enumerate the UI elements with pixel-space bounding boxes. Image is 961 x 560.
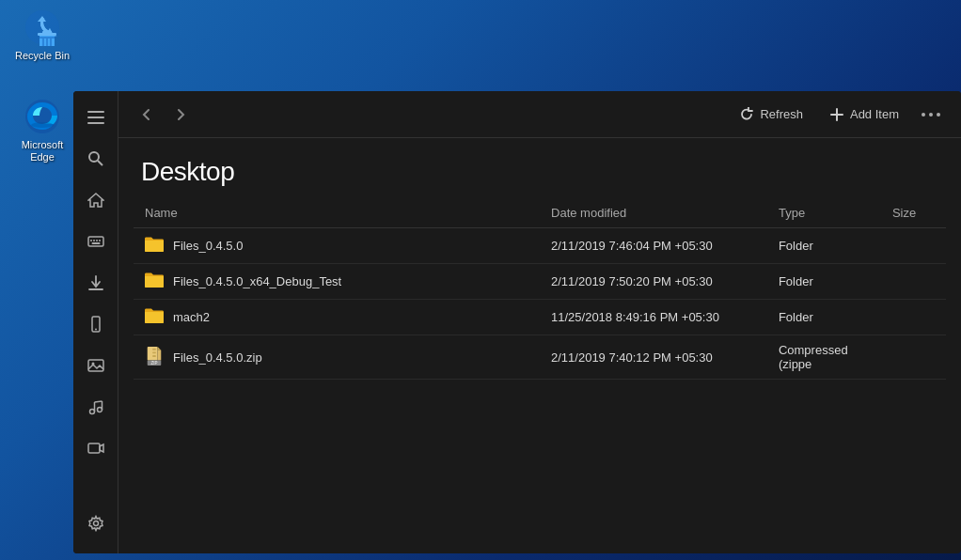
col-header-date: Date modified [540,198,767,228]
sidebar-item-search[interactable] [77,140,115,178]
sidebar-item-home[interactable] [77,181,115,219]
recycle-bin-label: Recycle Bin [15,50,70,61]
svg-rect-12 [87,122,104,124]
svg-rect-10 [87,111,104,113]
col-header-name: Name [134,198,540,228]
more-options-button[interactable] [916,100,946,130]
svg-rect-11 [87,117,104,118]
sidebar-item-download[interactable] [77,264,115,302]
file-name: Files_0.4.5.0 [173,239,243,253]
file-size [881,335,946,380]
svg-rect-42 [152,348,156,350]
edge-icon[interactable]: Microsoft Edge [5,94,80,167]
svg-rect-43 [152,351,156,353]
file-type: Compressed (zippe [767,335,881,380]
file-size [881,264,946,300]
sidebar-item-settings[interactable] [77,505,115,542]
folder-icon [145,272,164,291]
svg-rect-44 [152,355,156,357]
svg-point-32 [93,521,98,526]
svg-rect-24 [88,360,103,371]
explorer-window: Refresh Add Item Desktop Name Date modif… [73,91,961,553]
file-table: Name Date modified Type Size Files_0.4.5… [118,198,961,553]
sidebar-item-image[interactable] [77,347,115,384]
zip-icon: ZIP [145,347,164,368]
recycle-bin-image [24,8,61,46]
back-button[interactable] [134,101,160,128]
file-date: 2/11/2019 7:40:12 PM +05:30 [540,335,767,380]
sidebar-item-phone[interactable] [77,305,115,343]
add-item-label: Add Item [850,107,899,121]
toolbar: Refresh Add Item [118,91,961,138]
svg-point-35 [922,113,925,117]
file-name-cell: Files_0.4.5.0 [134,228,540,264]
table-row[interactable]: Files_0.4.5.02/11/2019 7:46:04 PM +05:30… [134,228,946,264]
page-title-area: Desktop [118,138,961,198]
file-type: Folder [767,300,881,335]
svg-point-23 [95,329,97,331]
svg-rect-31 [88,443,100,453]
svg-rect-7 [42,31,52,34]
file-name: mach2 [173,310,210,324]
file-name: Files_0.4.5.0.zip [173,350,262,365]
file-date: 2/11/2019 7:50:20 PM +05:30 [540,264,767,300]
file-size [881,228,946,264]
file-name-cell: Files_0.4.5.0_x64_Debug_Test [134,264,540,300]
file-date: 11/25/2018 8:49:16 PM +05:30 [540,300,767,335]
sidebar [73,91,118,553]
files-table: Name Date modified Type Size Files_0.4.5… [134,198,946,380]
table-row[interactable]: ZIP Files_0.4.5.0.zip2/11/2019 7:40:12 P… [134,335,946,380]
svg-point-9 [31,122,54,128]
svg-rect-15 [88,237,103,246]
svg-line-30 [94,401,102,402]
svg-point-13 [89,152,99,162]
col-header-type: Type [767,198,881,228]
sidebar-item-menu[interactable] [77,99,115,136]
file-date: 2/11/2019 7:46:04 PM +05:30 [540,228,767,264]
svg-text:ZIP: ZIP [150,361,157,366]
col-header-size: Size [881,198,946,228]
svg-line-14 [98,161,102,165]
refresh-label: Refresh [760,107,803,121]
forward-button[interactable] [167,101,194,128]
table-row[interactable]: mach211/25/2018 8:49:16 PM +05:30Folder [134,300,946,335]
folder-icon [145,236,164,256]
sidebar-item-video[interactable] [77,429,115,467]
sidebar-item-music[interactable] [77,388,115,426]
edge-label: Microsoft Edge [8,139,76,163]
file-name-cell: ZIP Files_0.4.5.0.zip [134,335,540,380]
sidebar-item-keyboard[interactable] [77,223,115,260]
file-size [881,300,946,335]
main-area: Refresh Add Item Desktop Name Date modif… [118,91,961,553]
table-row[interactable]: Files_0.4.5.0_x64_Debug_Test2/11/2019 7:… [134,264,946,300]
file-name: Files_0.4.5.0_x64_Debug_Test [173,274,341,288]
refresh-button[interactable]: Refresh [730,101,812,128]
svg-rect-39 [158,350,162,360]
folder-icon [145,307,164,327]
add-item-button[interactable]: Add Item [820,101,908,128]
file-type: Folder [767,228,881,264]
svg-point-37 [937,113,940,117]
svg-point-36 [929,113,933,117]
file-type: Folder [767,264,881,300]
file-name-cell: mach2 [134,300,540,335]
page-title: Desktop [141,157,938,187]
edge-image [24,98,61,135]
svg-rect-38 [148,347,158,361]
recycle-bin-icon[interactable]: Recycle Bin [5,5,80,65]
